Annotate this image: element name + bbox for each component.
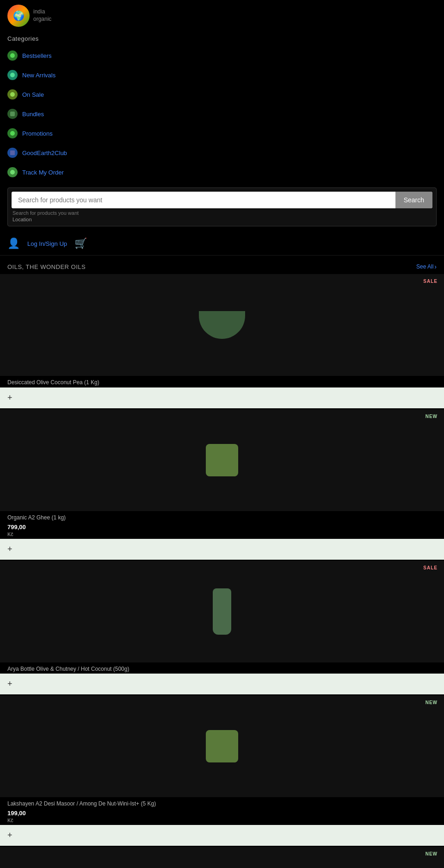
- product-name-1: Desiccated Olive Coconut Pea (1 Kg): [0, 376, 444, 387]
- nav-icon-promotions: [7, 128, 18, 138]
- product-placeholder-2: [44, 419, 400, 501]
- nav-icon-new-arrivals: [7, 70, 18, 80]
- add-to-cart-button-4[interactable]: +: [0, 825, 444, 846]
- product-placeholder-5: [44, 857, 400, 868]
- sidebar-item-new-arrivals[interactable]: New Arrivals: [0, 65, 444, 85]
- product-image-3: SALE: [0, 561, 444, 662]
- svg-rect-5: [10, 150, 15, 155]
- product-card-3: SALE Arya Bottle Olive & Chutney / Hot C…: [0, 561, 444, 695]
- svg-point-0: [10, 53, 15, 58]
- product-name-4: Lakshayen A2 Desi Masoor / Among De Nut-…: [0, 797, 444, 809]
- nav-label-on-sale: On Sale: [22, 91, 44, 98]
- svg-rect-3: [10, 112, 15, 116]
- search-bar: Search: [12, 192, 432, 208]
- nav-label-bestsellers: Bestsellers: [22, 52, 52, 59]
- location-label: Location: [12, 217, 432, 222]
- nav-label-bundles: Bundles: [22, 111, 44, 118]
- login-link[interactable]: Log In/Sign Up: [27, 240, 67, 247]
- product-image-1: SALE: [0, 274, 444, 376]
- search-button[interactable]: Search: [395, 192, 432, 208]
- nav-icon-goodearth-club: [7, 148, 18, 158]
- search-hint: Search for products you want: [12, 210, 432, 216]
- nav-label-promotions: Promotions: [22, 130, 53, 137]
- product-currency-2: Kč: [0, 531, 444, 539]
- sidebar-item-bestsellers[interactable]: Bestsellers: [0, 46, 444, 65]
- product-badge-3: SALE: [420, 564, 440, 571]
- sidebar-item-goodearth-club[interactable]: GoodEarth2Club: [0, 143, 444, 162]
- sidebar-item-on-sale[interactable]: On Sale: [0, 85, 444, 104]
- product-card-2: NEW Organic A2 Ghee (1 kg) 799,00 Kč +: [0, 409, 444, 560]
- see-all-arrow-icon: ›: [434, 263, 437, 270]
- svg-point-2: [10, 92, 15, 97]
- nav-label-track-order: Track My Order: [22, 169, 64, 176]
- product-placeholder-1: [44, 284, 400, 366]
- product-card-5: NEW Lakshayen Jod De Wine / A2 Dhai-Wini…: [0, 847, 444, 868]
- product-price-4: 199,00: [0, 809, 444, 818]
- search-input[interactable]: [12, 192, 395, 208]
- product-image-4: NEW: [0, 695, 444, 797]
- user-icon: 👤: [7, 237, 20, 250]
- product-currency-4: Kč: [0, 818, 444, 825]
- cart-icon[interactable]: 🛒: [74, 237, 87, 250]
- product-image-5: NEW: [0, 847, 444, 868]
- product-placeholder-4: [44, 706, 400, 787]
- nav-icon-bundles: [7, 109, 18, 119]
- categories-label: Categories: [0, 31, 444, 46]
- product-name-3: Arya Bottle Olive & Chutney / Hot Coconu…: [0, 662, 444, 674]
- product-name-2: Organic A2 Ghee (1 kg): [0, 511, 444, 523]
- section-title: OILS, THE WONDER OILS: [7, 263, 86, 270]
- product-card-4: NEW Lakshayen A2 Desi Masoor / Among De …: [0, 695, 444, 846]
- product-card-1: SALE Desiccated Olive Coconut Pea (1 Kg)…: [0, 274, 444, 408]
- nav-icon-track-order: [7, 167, 18, 177]
- see-all-label: See All: [416, 263, 433, 270]
- svg-point-6: [10, 170, 15, 175]
- svg-point-1: [10, 73, 15, 77]
- product-badge-5: NEW: [423, 850, 440, 857]
- svg-point-4: [10, 131, 15, 136]
- logo-icon: 🌍: [7, 5, 30, 27]
- product-price-2: 799,00: [0, 523, 444, 531]
- header: 🌍 india organic: [0, 0, 444, 31]
- header-title: india organic: [33, 8, 51, 23]
- nav-icon-bestsellers: [7, 50, 18, 61]
- user-row: 👤 Log In/Sign Up 🛒: [0, 232, 444, 255]
- section-header: OILS, THE WONDER OILS See All ›: [0, 256, 444, 274]
- product-badge-2: NEW: [423, 413, 440, 420]
- product-placeholder-3: [44, 571, 400, 652]
- product-badge-1: SALE: [420, 278, 440, 285]
- nav-icon-on-sale: [7, 89, 18, 100]
- search-section: Search Search for products you want Loca…: [7, 187, 437, 226]
- add-to-cart-button-2[interactable]: +: [0, 539, 444, 560]
- see-all-link[interactable]: See All ›: [416, 263, 437, 270]
- product-badge-4: NEW: [423, 699, 440, 706]
- add-to-cart-button-3[interactable]: +: [0, 674, 444, 694]
- sidebar-item-bundles[interactable]: Bundles: [0, 104, 444, 124]
- nav-label-goodearth-club: GoodEarth2Club: [22, 150, 67, 156]
- sidebar-item-promotions[interactable]: Promotions: [0, 124, 444, 143]
- nav-list: Bestsellers New Arrivals On Sale Bundles…: [0, 46, 444, 182]
- sidebar-item-track-order[interactable]: Track My Order: [0, 162, 444, 182]
- add-to-cart-button-1[interactable]: +: [0, 387, 444, 408]
- nav-label-new-arrivals: New Arrivals: [22, 72, 56, 79]
- product-image-2: NEW: [0, 409, 444, 511]
